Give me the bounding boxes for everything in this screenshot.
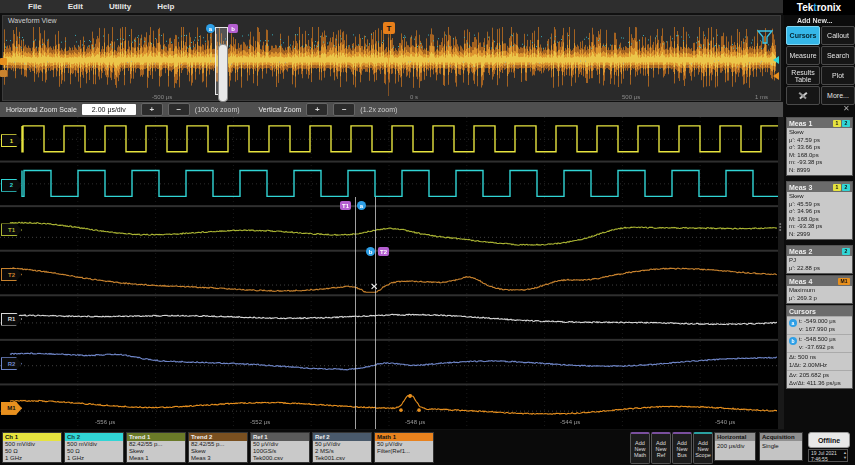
channel-setting: 82.42/55 p... [189, 441, 247, 448]
acquisition-title: Acquisition [760, 433, 802, 441]
main-axis-label: -540 μs [715, 419, 735, 425]
horizontal-panel[interactable]: Horizontal 200 μs/div [714, 432, 756, 461]
add-new-math-button[interactable]: Add New Math [630, 432, 650, 464]
channel-name: Math 1 [375, 433, 433, 441]
meas2-mean: μ': 22.88 ps [789, 265, 850, 273]
overview-cursor-b-handle[interactable]: b [228, 24, 238, 33]
channel-badge-ch1[interactable]: Ch 1500 mV/div50 Ω1 GHz [2, 432, 62, 463]
add-search-button[interactable]: Search [821, 46, 855, 65]
add-plot-button[interactable]: Plot [821, 66, 855, 85]
main-axis-label: -552 μs [250, 419, 270, 425]
zoom-toolbar: Horizontal Zoom Scale 2.00 μs/div + − (1… [0, 102, 783, 117]
waveform-traces-canvas [0, 117, 778, 429]
add-new-scope-button[interactable]: Add New Scope [693, 432, 713, 464]
tools-button[interactable] [786, 86, 820, 105]
add-new-label: Add New... [797, 17, 833, 24]
zoom-window-grip[interactable] [218, 44, 228, 102]
cursor-a-icon: a [789, 319, 797, 327]
menu-help[interactable]: Help [157, 2, 174, 11]
cursor-b-value: v: -37.692 ps [799, 344, 836, 352]
channel-badge-math1[interactable]: Math 150 μV/divFilter(Ref1... [374, 432, 434, 463]
channel-setting: 82.42/55 p... [127, 441, 185, 448]
close-icon[interactable]: ✕ [843, 104, 850, 113]
meas3-panel[interactable]: Meas 3 1 2 Skew μ': 45.59 ps σ': 34.96 p… [786, 181, 853, 240]
cursor-b-handle[interactable]: b [366, 247, 375, 256]
time-value: 7:46:55 [811, 456, 847, 462]
cursor-b-readout: b t: -548.500 μs v: -37.692 ps [787, 334, 852, 352]
funnel-icon[interactable] [757, 30, 773, 44]
cursors-panel-header: Cursors [787, 306, 852, 316]
channel-setting: Skew [189, 448, 247, 455]
meas2-header: Meas 2 2 [787, 246, 852, 256]
channel-setting: Filter(Ref1... [375, 448, 433, 455]
overview-axis-label: 1 ms [755, 94, 768, 100]
cursor-a-source-chip: T1 [340, 201, 351, 210]
menu-file[interactable]: File [28, 2, 42, 11]
overview-ref-marker-orange [773, 72, 779, 80]
channel-name: Ch 2 [65, 433, 123, 441]
channel-name: Trend 2 [189, 433, 247, 441]
meas3-mean: μ': 45.59 ps [789, 201, 850, 209]
hzoom-out-button[interactable]: − [168, 103, 190, 116]
channel-badge-trend1[interactable]: Trend 182.42/55 p...SkewMeas 1 [126, 432, 186, 463]
meas3-header: Meas 3 1 2 [787, 182, 852, 192]
meas3-min: m: -93.38 ps [789, 223, 850, 231]
cursor-intersect-marker[interactable]: ✕ [370, 281, 378, 292]
vzoom-in-button[interactable]: + [306, 103, 328, 116]
add-cursors-button[interactable]: Cursors [786, 26, 820, 45]
meas2-panel[interactable]: Meas 2 2 PJ μ': 22.88 ps [786, 245, 853, 274]
add-measure-button[interactable]: Measure [786, 46, 820, 65]
splitter-grip-icon: ••• [779, 222, 781, 231]
inverse-delta-t: 1/Δt: 2.00MHz [789, 362, 827, 370]
cursor-b-line[interactable] [375, 197, 376, 429]
channel-setting: Meas 3 [189, 455, 247, 462]
meas3-max: M: 168.0ps [789, 216, 850, 224]
add-results-table-button[interactable]: Results Table [786, 66, 820, 85]
menu-edit[interactable]: Edit [68, 2, 83, 11]
horizontal-scale-value: 200 μs/div [715, 441, 755, 451]
cursor-delta-value: Δv: 205.682 ps Δv/Δt: 411.36 ps/μs [787, 370, 852, 388]
menu-utility[interactable]: Utility [109, 2, 131, 11]
channel-setting: Skew [127, 448, 185, 455]
hzoom-factor: (100.0x zoom) [195, 106, 240, 113]
meas1-count: N: 8999 [789, 167, 850, 175]
add-new-bus-button[interactable]: Add New Bus [672, 432, 692, 464]
channel-setting: 100GS/s [251, 448, 309, 455]
meas1-stddev: σ': 33.66 ps [789, 144, 850, 152]
cursor-a-handle[interactable]: a [357, 201, 366, 210]
channel-badge-ref2[interactable]: Ref 250 μV/div2 MS/sTek001.csv [312, 432, 372, 463]
channel-name: Trend 1 [127, 433, 185, 441]
cursors-panel[interactable]: Cursors a t: -549.000 μs v: 167.990 ps b… [786, 305, 853, 389]
meas1-header: Meas 1 1 2 [787, 118, 852, 128]
add-new-ref-button[interactable]: Add New Ref [651, 432, 671, 464]
channel-name: Ch 1 [3, 433, 61, 441]
overview-ref-marker-cyan [773, 56, 779, 64]
acquisition-mode-value: Single [760, 441, 802, 451]
channel-setting: 50 Ω [65, 448, 123, 455]
more-button[interactable]: More... [821, 86, 855, 105]
meas3-type: Skew [789, 193, 850, 201]
overview-cursor-a-handle[interactable]: a [206, 24, 215, 33]
datetime-arrows-icon[interactable]: ▲▼ [843, 450, 847, 460]
channel-setting: 1 GHz [3, 455, 61, 462]
channel-setting: Tek000.csv [251, 455, 309, 462]
meas4-panel[interactable]: Meas 4 M1 Maximum μ': 269.3 p [786, 275, 853, 304]
acquisition-panel[interactable]: Acquisition Single [759, 432, 803, 461]
channel-badge-trend2[interactable]: Trend 282.42/55 p...SkewMeas 3 [188, 432, 248, 463]
offline-button[interactable]: Offline [808, 432, 850, 448]
overview-ch1-marker [0, 58, 7, 65]
meas1-src2-badge: 2 [842, 120, 850, 127]
hzoom-scale-input[interactable]: 2.00 μs/div [82, 104, 136, 115]
channel-setting: 50 μV/div [375, 441, 433, 448]
meas4-type: Maximum [789, 287, 850, 295]
cursor-a-line[interactable] [355, 197, 356, 429]
add-callout-button[interactable]: Callout [821, 26, 855, 45]
channel-badge-ref1[interactable]: Ref 150 μV/div100GS/sTek000.csv [250, 432, 310, 463]
cursor-b-icon: b [789, 337, 797, 345]
hzoom-in-button[interactable]: + [141, 103, 163, 116]
vzoom-out-button[interactable]: − [333, 103, 355, 116]
channel-badge-ch2[interactable]: Ch 2500 mV/div50 Ω1 GHz [64, 432, 124, 463]
trigger-position-marker[interactable]: T [383, 22, 395, 34]
meas1-panel[interactable]: Meas 1 1 2 Skew μ': 47.59 ps σ': 33.66 p… [786, 117, 853, 176]
delta-v-over-t: Δv/Δt: 411.36 ps/μs [789, 380, 841, 388]
